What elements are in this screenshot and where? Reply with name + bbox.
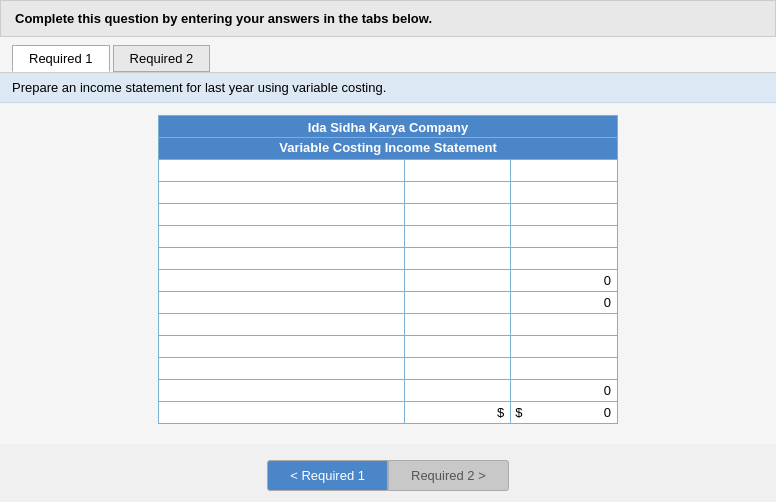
table-row [159,314,618,336]
right-input-11[interactable] [543,405,613,420]
right-input-9[interactable] [515,361,613,376]
label-input-2[interactable] [163,207,400,222]
label-input-3[interactable] [163,229,400,244]
tab-required-1[interactable]: Required 1 [12,45,110,72]
right-input-3[interactable] [515,229,613,244]
table-row [159,226,618,248]
mid-input-3[interactable] [409,229,507,244]
right-input-8[interactable] [515,339,613,354]
label-input-7[interactable] [163,317,400,332]
right-input-5[interactable] [515,273,613,288]
right-input-2[interactable] [515,207,613,222]
income-statement-table: Ida Sidha Karya Company Variable Costing… [158,115,618,424]
company-title: Ida Sidha Karya Company [159,116,618,138]
table-row [159,182,618,204]
label-input-0[interactable] [163,163,400,178]
mid-input-6[interactable] [409,295,507,310]
content-area: Ida Sidha Karya Company Variable Costing… [0,103,776,444]
table-row [159,270,618,292]
mid-input-7[interactable] [409,317,507,332]
label-input-10[interactable] [163,383,400,398]
instruction-text: Complete this question by entering your … [15,11,432,26]
table-row [159,204,618,226]
label-input-1[interactable] [163,185,400,200]
tab-required-2[interactable]: Required 2 [113,45,211,72]
right-input-10[interactable] [515,383,613,398]
label-input-4[interactable] [163,251,400,266]
label-input-5[interactable] [163,273,400,288]
sub-instruction: Prepare an income statement for last yea… [0,73,776,103]
mid-input-1[interactable] [409,185,507,200]
right-input-7[interactable] [515,317,613,332]
next-button[interactable]: Required 2 [388,460,509,491]
right-input-4[interactable] [515,251,613,266]
label-input-8[interactable] [163,339,400,354]
label-input-9[interactable] [163,361,400,376]
table-row [159,380,618,402]
mid-input-0[interactable] [409,163,507,178]
table-row [159,336,618,358]
table-row [159,248,618,270]
right-input-0[interactable] [515,163,613,178]
mid-input-2[interactable] [409,207,507,222]
mid-input-8[interactable] [409,339,507,354]
mid-input-9[interactable] [409,361,507,376]
instruction-bar: Complete this question by entering your … [0,0,776,37]
table-row [159,358,618,380]
tabs-row: Required 1 Required 2 [0,37,776,73]
mid-input-4[interactable] [409,251,507,266]
dollar-sign-11: $ [515,405,522,420]
page-wrapper: Complete this question by entering your … [0,0,776,501]
prev-button[interactable]: Required 1 [267,460,388,491]
mid-input-5[interactable] [409,273,507,288]
table-row [159,160,618,182]
mid-input-11[interactable] [409,405,507,420]
label-input-6[interactable] [163,295,400,310]
right-input-1[interactable] [515,185,613,200]
right-input-6[interactable] [515,295,613,310]
mid-input-10[interactable] [409,383,507,398]
chevron-right-icon [475,468,486,483]
table-row: $ [159,402,618,424]
table-row [159,292,618,314]
bottom-nav: Required 1 Required 2 [0,444,776,501]
chevron-left-icon [290,468,301,483]
statement-subtitle: Variable Costing Income Statement [159,138,618,160]
label-input-11[interactable] [163,405,400,420]
